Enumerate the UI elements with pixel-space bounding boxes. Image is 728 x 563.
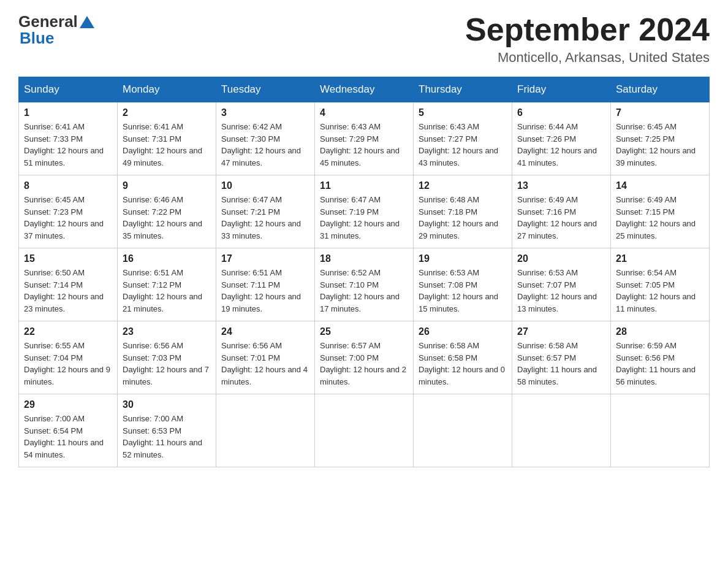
calendar-cell: 4Sunrise: 6:43 AMSunset: 7:29 PMDaylight… <box>315 102 414 175</box>
calendar-header-row: SundayMondayTuesdayWednesdayThursdayFrid… <box>19 77 710 102</box>
calendar-week-5: 29Sunrise: 7:00 AMSunset: 6:54 PMDayligh… <box>19 394 710 467</box>
calendar-cell: 13Sunrise: 6:49 AMSunset: 7:16 PMDayligh… <box>512 175 611 248</box>
day-number: 18 <box>320 253 408 264</box>
day-number: 15 <box>24 253 112 264</box>
day-number: 7 <box>616 107 704 118</box>
calendar-cell: 1Sunrise: 6:41 AMSunset: 7:33 PMDaylight… <box>19 102 118 175</box>
calendar-cell: 8Sunrise: 6:45 AMSunset: 7:23 PMDaylight… <box>19 175 118 248</box>
calendar-cell: 30Sunrise: 7:00 AMSunset: 6:53 PMDayligh… <box>118 394 216 467</box>
day-number: 30 <box>123 399 211 410</box>
day-number: 16 <box>123 253 211 264</box>
day-number: 3 <box>221 107 309 118</box>
day-number: 28 <box>616 326 704 337</box>
day-info: Sunrise: 7:00 AMSunset: 6:54 PMDaylight:… <box>24 413 112 461</box>
calendar-cell: 6Sunrise: 6:44 AMSunset: 7:26 PMDaylight… <box>512 102 611 175</box>
day-info: Sunrise: 6:42 AMSunset: 7:30 PMDaylight:… <box>221 121 309 169</box>
calendar-cell: 18Sunrise: 6:52 AMSunset: 7:10 PMDayligh… <box>315 248 414 321</box>
day-info: Sunrise: 6:53 AMSunset: 7:08 PMDaylight:… <box>419 267 507 315</box>
calendar-cell: 22Sunrise: 6:55 AMSunset: 7:04 PMDayligh… <box>19 321 118 394</box>
logo-blue: Blue <box>20 29 54 48</box>
calendar-cell <box>216 394 315 467</box>
month-title: September 2024 <box>465 12 710 47</box>
calendar-week-3: 15Sunrise: 6:50 AMSunset: 7:14 PMDayligh… <box>19 248 710 321</box>
day-info: Sunrise: 6:56 AMSunset: 7:03 PMDaylight:… <box>123 340 211 388</box>
calendar-cell: 14Sunrise: 6:49 AMSunset: 7:15 PMDayligh… <box>611 175 710 248</box>
day-info: Sunrise: 6:52 AMSunset: 7:10 PMDaylight:… <box>320 267 408 315</box>
day-info: Sunrise: 6:51 AMSunset: 7:11 PMDaylight:… <box>221 267 309 315</box>
col-header-thursday: Thursday <box>414 77 512 102</box>
day-number: 4 <box>320 107 408 118</box>
logo-triangle-icon <box>80 16 94 28</box>
calendar-cell: 21Sunrise: 6:54 AMSunset: 7:05 PMDayligh… <box>611 248 710 321</box>
calendar-cell: 2Sunrise: 6:41 AMSunset: 7:31 PMDaylight… <box>118 102 216 175</box>
day-info: Sunrise: 6:56 AMSunset: 7:01 PMDaylight:… <box>221 340 309 388</box>
calendar-week-1: 1Sunrise: 6:41 AMSunset: 7:33 PMDaylight… <box>19 102 710 175</box>
calendar-cell: 7Sunrise: 6:45 AMSunset: 7:25 PMDaylight… <box>611 102 710 175</box>
day-number: 19 <box>419 253 507 264</box>
day-info: Sunrise: 6:43 AMSunset: 7:29 PMDaylight:… <box>320 121 408 169</box>
day-number: 5 <box>419 107 507 118</box>
day-number: 27 <box>517 326 605 337</box>
calendar-cell: 26Sunrise: 6:58 AMSunset: 6:58 PMDayligh… <box>414 321 512 394</box>
calendar-cell: 24Sunrise: 6:56 AMSunset: 7:01 PMDayligh… <box>216 321 315 394</box>
calendar-cell: 20Sunrise: 6:53 AMSunset: 7:07 PMDayligh… <box>512 248 611 321</box>
day-info: Sunrise: 6:47 AMSunset: 7:21 PMDaylight:… <box>221 194 309 242</box>
day-info: Sunrise: 6:59 AMSunset: 6:56 PMDaylight:… <box>616 340 704 388</box>
calendar-cell: 12Sunrise: 6:48 AMSunset: 7:18 PMDayligh… <box>414 175 512 248</box>
day-info: Sunrise: 6:44 AMSunset: 7:26 PMDaylight:… <box>517 121 605 169</box>
day-number: 13 <box>517 180 605 191</box>
calendar-cell: 19Sunrise: 6:53 AMSunset: 7:08 PMDayligh… <box>414 248 512 321</box>
day-info: Sunrise: 6:47 AMSunset: 7:19 PMDaylight:… <box>320 194 408 242</box>
col-header-wednesday: Wednesday <box>315 77 414 102</box>
day-info: Sunrise: 6:46 AMSunset: 7:22 PMDaylight:… <box>123 194 211 242</box>
day-info: Sunrise: 7:00 AMSunset: 6:53 PMDaylight:… <box>123 413 211 461</box>
day-number: 26 <box>419 326 507 337</box>
calendar-week-2: 8Sunrise: 6:45 AMSunset: 7:23 PMDaylight… <box>19 175 710 248</box>
day-info: Sunrise: 6:43 AMSunset: 7:27 PMDaylight:… <box>419 121 507 169</box>
day-number: 2 <box>123 107 211 118</box>
day-info: Sunrise: 6:58 AMSunset: 6:57 PMDaylight:… <box>517 340 605 388</box>
calendar-cell: 16Sunrise: 6:51 AMSunset: 7:12 PMDayligh… <box>118 248 216 321</box>
calendar-cell: 9Sunrise: 6:46 AMSunset: 7:22 PMDaylight… <box>118 175 216 248</box>
calendar-cell: 10Sunrise: 6:47 AMSunset: 7:21 PMDayligh… <box>216 175 315 248</box>
calendar-cell: 17Sunrise: 6:51 AMSunset: 7:11 PMDayligh… <box>216 248 315 321</box>
calendar-cell: 11Sunrise: 6:47 AMSunset: 7:19 PMDayligh… <box>315 175 414 248</box>
day-info: Sunrise: 6:50 AMSunset: 7:14 PMDaylight:… <box>24 267 112 315</box>
calendar-cell: 27Sunrise: 6:58 AMSunset: 6:57 PMDayligh… <box>512 321 611 394</box>
location-subtitle: Monticello, Arkansas, United States <box>465 50 710 66</box>
day-number: 1 <box>24 107 112 118</box>
day-number: 8 <box>24 180 112 191</box>
day-info: Sunrise: 6:45 AMSunset: 7:23 PMDaylight:… <box>24 194 112 242</box>
col-header-tuesday: Tuesday <box>216 77 315 102</box>
day-number: 12 <box>419 180 507 191</box>
day-info: Sunrise: 6:58 AMSunset: 6:58 PMDaylight:… <box>419 340 507 388</box>
calendar-cell: 23Sunrise: 6:56 AMSunset: 7:03 PMDayligh… <box>118 321 216 394</box>
calendar-table: SundayMondayTuesdayWednesdayThursdayFrid… <box>18 77 710 467</box>
calendar-cell: 5Sunrise: 6:43 AMSunset: 7:27 PMDaylight… <box>414 102 512 175</box>
calendar-cell: 3Sunrise: 6:42 AMSunset: 7:30 PMDaylight… <box>216 102 315 175</box>
calendar-cell <box>414 394 512 467</box>
col-header-saturday: Saturday <box>611 77 710 102</box>
day-number: 24 <box>221 326 309 337</box>
day-info: Sunrise: 6:49 AMSunset: 7:16 PMDaylight:… <box>517 194 605 242</box>
day-info: Sunrise: 6:51 AMSunset: 7:12 PMDaylight:… <box>123 267 211 315</box>
day-number: 17 <box>221 253 309 264</box>
page-header: General Blue September 2024 Monticello, … <box>18 12 710 66</box>
day-number: 6 <box>517 107 605 118</box>
day-number: 10 <box>221 180 309 191</box>
title-area: September 2024 Monticello, Arkansas, Uni… <box>465 12 710 66</box>
day-info: Sunrise: 6:45 AMSunset: 7:25 PMDaylight:… <box>616 121 704 169</box>
day-info: Sunrise: 6:41 AMSunset: 7:33 PMDaylight:… <box>24 121 112 169</box>
day-number: 23 <box>123 326 211 337</box>
calendar-week-4: 22Sunrise: 6:55 AMSunset: 7:04 PMDayligh… <box>19 321 710 394</box>
logo: General Blue <box>18 12 96 48</box>
day-info: Sunrise: 6:55 AMSunset: 7:04 PMDaylight:… <box>24 340 112 388</box>
day-number: 20 <box>517 253 605 264</box>
calendar-cell: 29Sunrise: 7:00 AMSunset: 6:54 PMDayligh… <box>19 394 118 467</box>
day-info: Sunrise: 6:41 AMSunset: 7:31 PMDaylight:… <box>123 121 211 169</box>
day-number: 11 <box>320 180 408 191</box>
day-number: 29 <box>24 399 112 410</box>
col-header-monday: Monday <box>118 77 216 102</box>
calendar-cell: 25Sunrise: 6:57 AMSunset: 7:00 PMDayligh… <box>315 321 414 394</box>
calendar-cell: 28Sunrise: 6:59 AMSunset: 6:56 PMDayligh… <box>611 321 710 394</box>
